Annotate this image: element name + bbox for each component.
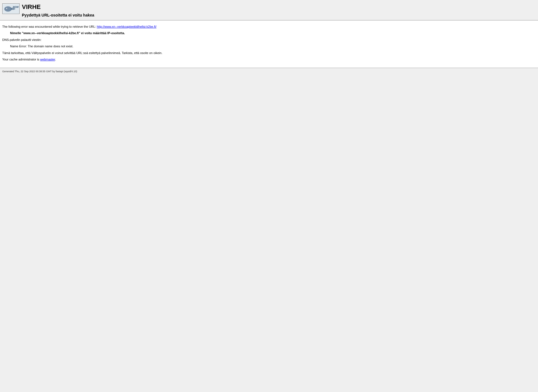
intro-paragraph: The following error was encountered whil… [2, 25, 536, 29]
squid-logo-icon: NOW [2, 3, 20, 14]
svg-text:NOW: NOW [13, 6, 19, 8]
error-message-bold: Nimelle "www.xn--verkkoapteekkilhellsi-k… [10, 31, 536, 35]
dns-error-text: Name Error: The domain name does not exi… [10, 44, 536, 48]
error-header: NOW VIRHE Pyydettyä URL-osoitetta ei voi… [0, 0, 538, 20]
svg-point-1 [4, 6, 12, 11]
webmaster-link[interactable]: webmaster [40, 58, 55, 61]
dns-label: DNS-palvelin palautti viestin: [2, 38, 536, 42]
page-title: VIRHE [22, 3, 94, 11]
footer-generated: Generated Thu, 22 Sep 2022 00:38:55 GMT … [0, 68, 538, 74]
intro-text: The following error was encountered whil… [2, 25, 97, 28]
svg-point-3 [6, 8, 7, 9]
admin-prefix: Your cache administrator is [2, 58, 40, 61]
page-subtitle: Pyydettyä URL-osoitetta ei voitu hakea [22, 13, 94, 17]
error-content: The following error was encountered whil… [0, 21, 538, 68]
header-text-block: VIRHE Pyydettyä URL-osoitetta ei voitu h… [22, 3, 94, 17]
requested-url-link[interactable]: http://www.xn--verkkoapteekkilhellsi-k2b… [97, 25, 157, 28]
explanation-text: Tämä tarkoittaa, että Välityspalvelin ei… [2, 51, 536, 55]
admin-paragraph: Your cache administrator is webmaster. [2, 57, 536, 62]
admin-suffix: . [55, 58, 56, 61]
